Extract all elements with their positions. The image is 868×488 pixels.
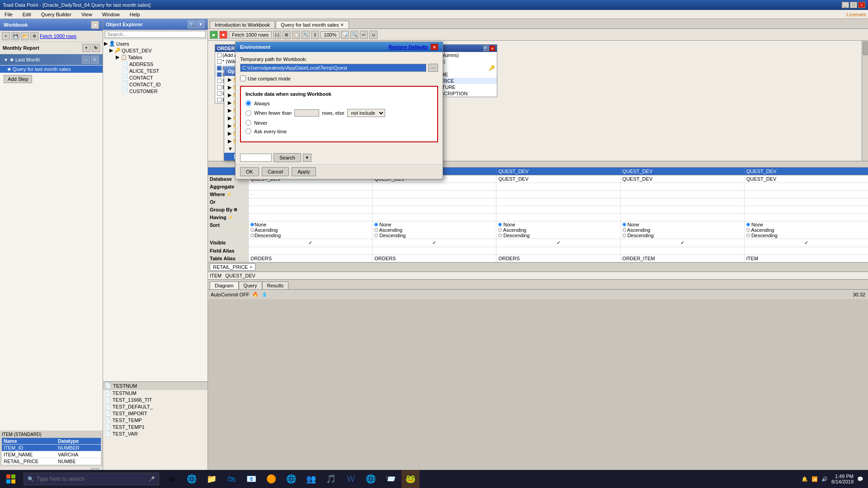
settings-btn[interactable]: ⚙	[30, 32, 38, 40]
hv-cell-2[interactable]	[373, 214, 496, 221]
explorer-search-btn[interactable]: 🔍	[188, 20, 196, 28]
tree-item-contact-id[interactable]: 📄 CONTACT_ID	[103, 81, 208, 88]
fa-cell-1[interactable]	[249, 247, 373, 254]
vis-cell-2[interactable]: ✓	[373, 239, 496, 247]
list-item[interactable]: 📄 TEST_TEMP1	[103, 424, 208, 431]
taskbar-app-browser2[interactable]: 🌐	[362, 470, 380, 488]
ta-cell-3[interactable]: ORDERS	[496, 255, 620, 262]
env-dialog-close-btn[interactable]: ×	[431, 44, 438, 50]
taskbar-app-word[interactable]: W	[342, 470, 360, 488]
tree-item-alice[interactable]: 📄 ALICE_TEST	[103, 67, 208, 74]
collapse-month-btn[interactable]: −	[82, 56, 90, 64]
or-cell-4[interactable]	[621, 198, 745, 206]
fa-cell-3[interactable]	[496, 247, 620, 254]
list-item[interactable]: 📄 TEST_11666_TIT	[103, 397, 208, 404]
gb-cell-1[interactable]	[249, 206, 373, 213]
gb-cell-3[interactable]	[496, 206, 620, 213]
hv-cell-3[interactable]	[496, 214, 620, 221]
taskbar-app-taskview[interactable]: ⊟	[163, 470, 181, 488]
tree-item-users[interactable]: ▶ 👤 Users	[103, 40, 208, 47]
checkbox[interactable]	[217, 53, 222, 57]
retail-price-tag[interactable]: RETAIL_PRICE ×	[210, 263, 255, 271]
or-cell-5[interactable]	[745, 198, 868, 206]
gb-cell-5[interactable]	[745, 206, 868, 213]
checkbox[interactable]	[217, 59, 222, 64]
hv-cell-4[interactable]	[621, 214, 745, 221]
where-cell-1[interactable]: ···	[249, 191, 373, 198]
vis-cell-4[interactable]: ✓	[621, 239, 745, 247]
never-radio[interactable]	[245, 120, 251, 126]
retail-price-close[interactable]: ×	[250, 265, 252, 269]
notification-center-icon[interactable]: 💬	[857, 476, 863, 482]
object-search-input[interactable]	[105, 31, 206, 38]
taskbar-app-teams[interactable]: 👥	[302, 470, 320, 488]
wifi-icon[interactable]: 📶	[811, 476, 818, 482]
sort-cell-2[interactable]: None Ascending Descending	[373, 221, 496, 239]
tab-diagram[interactable]: Diagram	[210, 282, 239, 289]
where-cell-3[interactable]	[496, 191, 620, 198]
taskbar-search-input[interactable]	[37, 476, 146, 482]
ta-cell-5[interactable]: ITEM	[745, 255, 868, 262]
checkbox[interactable]	[217, 66, 222, 70]
temp-path-browse-btn[interactable]: ···	[428, 64, 438, 72]
table-row[interactable]: ITEM_NAME VARCHA	[2, 451, 101, 458]
item-search-icon[interactable]: 🔍	[483, 46, 489, 51]
checkbox[interactable]	[217, 79, 222, 83]
tree-item-customer[interactable]: 📄 CUSTOMER	[103, 88, 208, 94]
sort-cell-3[interactable]: None Ascending Descending	[496, 221, 620, 239]
tb9[interactable]: ⊔	[369, 31, 377, 39]
or-cell-3[interactable]	[496, 198, 620, 206]
zoom-select[interactable]: 100%	[321, 31, 340, 38]
db-cell-5[interactable]: QUEST_DEV	[745, 175, 868, 183]
search-button[interactable]: Search	[274, 153, 301, 162]
taskbar-app-mail[interactable]: 📧	[242, 470, 260, 488]
menu-query-builder[interactable]: Query Builder	[38, 11, 74, 18]
or-cell-1[interactable]	[249, 198, 373, 206]
compact-mode-checkbox[interactable]	[240, 75, 246, 81]
fa-cell-5[interactable]	[745, 247, 868, 254]
tab-intro[interactable]: Introduction to Workbook	[210, 21, 275, 28]
when-fewer-option[interactable]: When fewer than 50000 rows, else not inc…	[245, 109, 433, 117]
microphone-icon[interactable]: 🎤	[149, 476, 155, 482]
tb6[interactable]: 📊	[341, 31, 349, 39]
open-btn[interactable]: 📂	[21, 32, 29, 40]
checkbox[interactable]	[217, 91, 222, 96]
apply-button[interactable]: Apply	[292, 167, 316, 176]
add-step-label[interactable]: Add Step	[4, 75, 32, 83]
tb1[interactable]: |↓|	[273, 31, 281, 39]
tb2[interactable]: ⊞	[283, 31, 291, 39]
sort-cell-1[interactable]: None Ascending Descending	[249, 221, 373, 239]
taskbar-app-store[interactable]: 🛍	[222, 470, 241, 488]
query-item[interactable]: ✱ Query for last month sales	[0, 66, 103, 73]
volume-icon[interactable]: 🔊	[821, 476, 828, 482]
always-option[interactable]: Always	[245, 100, 433, 106]
checkbox[interactable]	[217, 72, 222, 77]
add-report-btn[interactable]: +	[82, 44, 90, 52]
db-cell-3[interactable]: QUEST_DEV	[496, 175, 620, 183]
agg-cell-5[interactable]	[745, 183, 868, 190]
taskbar-app-explorer[interactable]: 📁	[203, 470, 221, 488]
explorer-menu-btn[interactable]: ▼	[197, 20, 205, 28]
vis-cell-1[interactable]: ✓	[249, 239, 373, 247]
tb3[interactable]: 📋	[292, 31, 300, 39]
temp-path-input[interactable]: C:\Users\dpeabody\AppData\Local\Temp\Que…	[240, 64, 426, 72]
run-btn[interactable]: ▶	[210, 31, 218, 39]
licenses-link[interactable]: Licenses	[847, 12, 866, 17]
collapse-btn[interactable]: ◄	[91, 21, 99, 29]
diagram-vscroll[interactable]	[862, 41, 868, 161]
add-step-btn[interactable]: Add Step	[0, 73, 103, 85]
refresh-report-btn[interactable]: ↻	[92, 44, 100, 52]
cancel-button[interactable]: Cancel	[262, 167, 289, 176]
menu-help[interactable]: Help	[127, 11, 143, 18]
tb8[interactable]: ↩	[360, 31, 368, 39]
taskbar-app-outlook[interactable]: 📨	[382, 470, 400, 488]
gb-cell-2[interactable]	[373, 206, 496, 213]
maximize-btn[interactable]: □	[850, 2, 857, 8]
list-item[interactable]: 📄 TEST_DEFAULT_	[103, 404, 208, 410]
ask-radio[interactable]	[245, 128, 251, 134]
add-btn[interactable]: +	[2, 32, 10, 40]
refresh-month-btn[interactable]: ↻	[91, 56, 99, 64]
ta-cell-2[interactable]: ORDERS	[373, 255, 496, 262]
save-btn[interactable]: 💾	[11, 32, 19, 40]
clock-display[interactable]: 1:49 PM 8/14/2019	[831, 474, 854, 484]
